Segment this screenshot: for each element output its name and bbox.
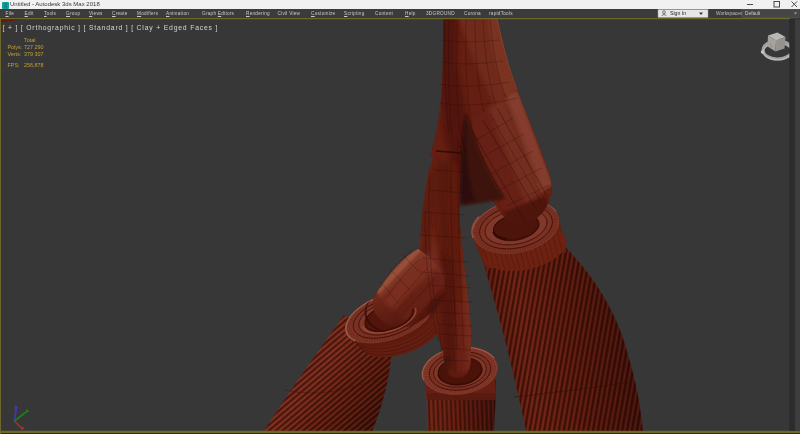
svg-text:FPS:: FPS: <box>8 62 20 68</box>
svg-text:Total: Total <box>24 37 35 43</box>
svg-text:[ + ] [ Orthographic ] [ Stand: [ + ] [ Orthographic ] [ Standard ] [ Cl… <box>3 24 219 32</box>
svg-text:Workspaces:: Workspaces: <box>716 11 744 16</box>
svg-text:256,878: 256,878 <box>24 62 44 68</box>
svg-text:Polys:: Polys: <box>8 44 23 50</box>
svg-text:Default: Default <box>745 11 761 16</box>
svg-text:379 307: 379 307 <box>24 51 44 57</box>
svg-text:727 290: 727 290 <box>24 44 44 50</box>
svg-text:Verts:: Verts: <box>8 51 22 57</box>
svg-text:Sign In: Sign In <box>670 10 686 16</box>
